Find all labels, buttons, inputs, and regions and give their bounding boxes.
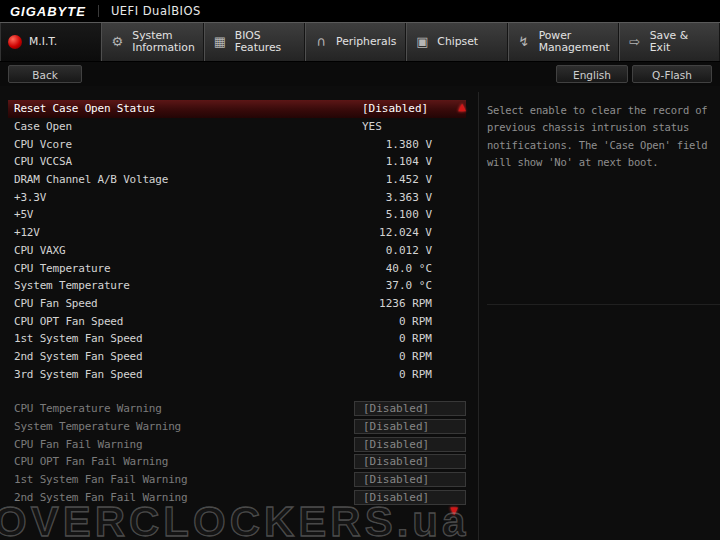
settings-row[interactable]: Case Open YES — [8, 118, 466, 136]
settings-row[interactable]: CPU Fan Fail Warning [Disabled] — [8, 435, 466, 453]
tab-label: Save & Exit — [650, 30, 711, 54]
tab-label: System Information — [132, 30, 195, 54]
tab-label: M.I.T. — [29, 36, 57, 48]
setting-label: CPU VCCSA — [14, 155, 354, 168]
setting-label: 1st System Fan Fail Warning — [14, 473, 354, 486]
setting-label: System Temperature — [14, 279, 354, 292]
settings-row[interactable]: CPU Fan Speed 1236 RPM — [8, 295, 466, 313]
settings-row[interactable]: CPU Vcore 1.380 V — [8, 135, 466, 153]
setting-label: 2nd System Fan Fail Warning — [14, 491, 354, 504]
bios-features-icon: ▦ — [212, 34, 228, 50]
key-legend — [487, 305, 720, 309]
setting-value: [Disabled] — [354, 437, 466, 452]
setting-value: [Disabled] — [354, 102, 466, 115]
setting-value: 37.0 °C — [354, 279, 466, 292]
setting-label: CPU Vcore — [14, 138, 354, 151]
language-button[interactable]: English — [556, 65, 628, 83]
save-exit-icon: ⇨ — [627, 34, 643, 50]
tab-label: BIOS Features — [235, 30, 281, 54]
settings-row[interactable]: CPU Temperature 40.0 °C — [8, 259, 466, 277]
setting-value: 1.104 V — [354, 155, 466, 168]
setting-label: CPU Temperature — [14, 262, 354, 275]
settings-row[interactable]: CPU OPT Fan Fail Warning [Disabled] — [8, 453, 466, 471]
settings-row[interactable]: CPU OPT Fan Speed 0 RPM — [8, 312, 466, 330]
settings-row[interactable]: DRAM Channel A/B Voltage 1.452 V — [8, 171, 466, 189]
setting-label: DRAM Channel A/B Voltage — [14, 173, 354, 186]
gigabyte-logo: GIGABYTE — [10, 4, 86, 19]
firmware-title: UEFI DualBIOS — [111, 4, 201, 18]
setting-value: 40.0 °C — [354, 262, 466, 275]
setting-label: CPU Temperature Warning — [14, 402, 354, 415]
setting-label: CPU Fan Speed — [14, 297, 354, 310]
settings-row[interactable]: 2nd System Fan Fail Warning [Disabled] — [8, 488, 466, 506]
peripherals-icon: ∩ — [313, 34, 329, 50]
tab-bar: M.I.T. ⚙ System Information ▦ BIOS Featu… — [0, 22, 720, 62]
setting-label: 2nd System Fan Speed — [14, 350, 354, 363]
setting-label: 1st System Fan Speed — [14, 332, 354, 345]
setting-value: 3.363 V — [354, 191, 466, 204]
settings-row[interactable]: System Temperature 37.0 °C — [8, 277, 466, 295]
setting-value: YES — [354, 120, 466, 133]
settings-row[interactable]: CPU VAXG 0.012 V — [8, 242, 466, 260]
setting-value: [Disabled] — [354, 472, 466, 487]
setting-value: 1.452 V — [354, 173, 466, 186]
toolbar: Back English Q-Flash — [0, 62, 720, 86]
tab-label: Chipset — [437, 36, 478, 48]
menu-tab[interactable]: ∩ Peripherals — [305, 23, 406, 61]
tab-label: Peripherals — [336, 36, 396, 48]
settings-row[interactable]: Reset Case Open Status [Disabled] — [8, 100, 466, 118]
setting-label: 3rd System Fan Speed — [14, 368, 354, 381]
setting-value: 0 RPM — [354, 332, 466, 345]
menu-tab[interactable]: ↯ Power Management — [508, 23, 619, 61]
menu-tab[interactable]: ▣ Chipset — [406, 23, 507, 61]
setting-label: CPU OPT Fan Fail Warning — [14, 455, 354, 468]
setting-label: System Temperature Warning — [14, 420, 354, 433]
settings-row[interactable]: 2nd System Fan Speed 0 RPM — [8, 348, 466, 366]
scroll-up-arrow[interactable]: ▲ — [458, 102, 466, 112]
setting-label: Reset Case Open Status — [14, 102, 354, 115]
setting-value: 0 RPM — [354, 368, 466, 381]
topbar-divider — [98, 5, 99, 17]
setting-value: 1236 RPM — [354, 297, 466, 310]
scroll-down-arrow[interactable]: ▼ — [450, 506, 458, 516]
setting-label: +12V — [14, 226, 354, 239]
main-area: Reset Case Open Status [Disabled] Case O… — [0, 86, 720, 540]
menu-tab[interactable]: ⇨ Save & Exit — [619, 23, 720, 61]
setting-value: 1.380 V — [354, 138, 466, 151]
settings-row[interactable]: +3.3V 3.363 V — [8, 188, 466, 206]
menu-tab[interactable]: ⚙ System Information — [101, 23, 204, 61]
qflash-button[interactable]: Q-Flash — [632, 65, 712, 83]
setting-value: 0 RPM — [354, 315, 466, 328]
setting-label: CPU VAXG — [14, 244, 354, 257]
setting-value: [Disabled] — [354, 490, 466, 505]
settings-row[interactable]: System Temperature Warning [Disabled] — [8, 418, 466, 436]
menu-tab[interactable]: M.I.T. — [0, 23, 101, 61]
settings-row[interactable]: 1st System Fan Speed 0 RPM — [8, 330, 466, 348]
bios-screen: GIGABYTE UEFI DualBIOS M.I.T. ⚙ System I… — [0, 0, 720, 540]
settings-row[interactable]: 1st System Fan Fail Warning [Disabled] — [8, 471, 466, 489]
settings-list: Reset Case Open Status [Disabled] Case O… — [8, 92, 466, 540]
settings-row[interactable]: CPU Temperature Warning [Disabled] — [8, 400, 466, 418]
menu-tab[interactable]: ▦ BIOS Features — [204, 23, 305, 61]
setting-value: 5.100 V — [354, 208, 466, 221]
setting-label: CPU OPT Fan Speed — [14, 315, 354, 328]
setting-value: 12.024 V — [354, 226, 466, 239]
setting-label: CPU Fan Fail Warning — [14, 438, 354, 451]
mit-icon — [8, 35, 22, 49]
settings-row[interactable]: +12V 12.024 V — [8, 224, 466, 242]
setting-label: Case Open — [14, 120, 354, 133]
setting-value: 0 RPM — [354, 350, 466, 363]
setting-label: +3.3V — [14, 191, 354, 204]
list-spacer — [8, 383, 466, 400]
settings-row[interactable]: 3rd System Fan Speed 0 RPM — [8, 365, 466, 383]
settings-row[interactable]: CPU VCCSA 1.104 V — [8, 153, 466, 171]
setting-value: [Disabled] — [354, 419, 466, 434]
back-button[interactable]: Back — [8, 65, 82, 83]
tab-label: Power Management — [539, 30, 610, 54]
topbar: GIGABYTE UEFI DualBIOS — [0, 0, 720, 22]
settings-row[interactable]: +5V 5.100 V — [8, 206, 466, 224]
power-management-icon: ↯ — [516, 34, 532, 50]
info-panel: Select enable to clear the record of pre… — [478, 92, 720, 540]
setting-value: 0.012 V — [354, 244, 466, 257]
system-information-icon: ⚙ — [109, 34, 125, 50]
